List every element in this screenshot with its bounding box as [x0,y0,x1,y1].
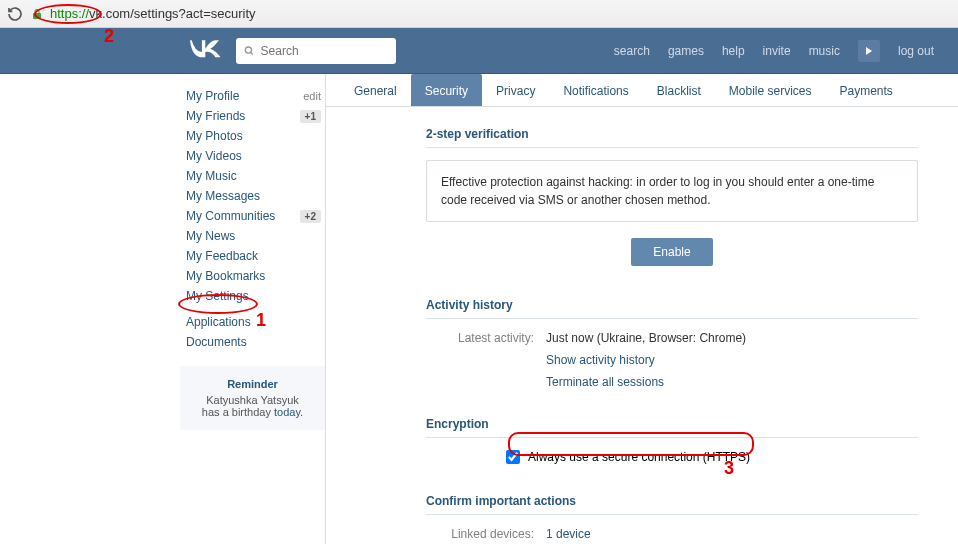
latest-activity-label: Latest activity: [426,331,546,345]
site-header: search games help invite music log out [0,28,958,74]
twostep-description: Effective protection against hacking: in… [426,160,918,222]
tab-mobile[interactable]: Mobile services [715,74,826,106]
tab-security[interactable]: Security [411,74,482,106]
sidebar-item-profile[interactable]: My Profile [186,89,239,103]
sidebar-edit-link[interactable]: edit [303,90,321,102]
nav-music[interactable]: music [809,44,840,58]
sidebar-item-communities[interactable]: My Communities [186,209,275,223]
sidebar: My Profileedit My Friends+1 My Photos My… [180,74,325,544]
play-icon [864,46,874,56]
search-icon [244,45,255,57]
main-panel: General Security Privacy Notifications B… [325,74,958,544]
url-text[interactable]: https://vk.com/settings?act=security [50,6,952,21]
padlock-icon [30,7,44,21]
nav-search[interactable]: search [614,44,650,58]
svg-line-1 [251,52,253,54]
show-activity-history-link[interactable]: Show activity history [546,353,655,367]
friends-badge: +1 [300,110,321,123]
reload-icon[interactable] [6,5,24,23]
reminder-name: Katyushka Yatsyuk [188,394,317,406]
linked-devices-value[interactable]: 1 device [546,527,591,541]
sidebar-item-videos[interactable]: My Videos [186,149,242,163]
nav-logout[interactable]: log out [898,44,934,58]
reminder-title: Reminder [188,378,317,390]
sidebar-item-music[interactable]: My Music [186,169,237,183]
tab-privacy[interactable]: Privacy [482,74,549,106]
reminder-today-link[interactable]: today [274,406,300,418]
reminder-box: Reminder Katyushka Yatsyuk has a birthda… [180,366,325,430]
sidebar-item-photos[interactable]: My Photos [186,129,243,143]
section-confirm-title: Confirm important actions [426,494,918,515]
https-checkbox[interactable] [506,450,520,464]
nav-invite[interactable]: invite [763,44,791,58]
play-button[interactable] [858,40,880,62]
sidebar-item-applications[interactable]: Applications [186,315,251,329]
enable-button[interactable]: Enable [631,238,712,266]
url-scheme: https:// [50,6,89,21]
https-label: Always use a secure connection (HTTPS) [528,450,750,464]
sidebar-item-bookmarks[interactable]: My Bookmarks [186,269,265,283]
sidebar-item-settings[interactable]: My Settings [186,289,249,303]
sidebar-item-messages[interactable]: My Messages [186,189,260,203]
settings-content: 2-step verification Effective protection… [326,107,958,541]
search-box[interactable] [236,38,396,64]
linked-devices-label: Linked devices: [426,527,546,541]
page-body: My Profileedit My Friends+1 My Photos My… [0,74,958,544]
svg-point-0 [245,47,251,53]
tab-notifications[interactable]: Notifications [549,74,642,106]
sidebar-item-news[interactable]: My News [186,229,235,243]
section-activity-title: Activity history [426,298,918,319]
tab-payments[interactable]: Payments [826,74,907,106]
search-input[interactable] [261,44,388,58]
terminate-sessions-link[interactable]: Terminate all sessions [546,375,664,389]
nav-help[interactable]: help [722,44,745,58]
tab-blacklist[interactable]: Blacklist [643,74,715,106]
communities-badge: +2 [300,210,321,223]
sidebar-item-feedback[interactable]: My Feedback [186,249,258,263]
top-nav: search games help invite music log out [614,40,958,62]
url-path: vk.com/settings?act=security [89,6,256,21]
section-2step-title: 2-step verification [426,127,918,148]
section-encryption-title: Encryption [426,417,918,438]
tab-general[interactable]: General [340,74,411,106]
sidebar-item-documents[interactable]: Documents [186,335,247,349]
latest-activity-value: Just now (Ukraine, Browser: Chrome) [546,331,746,345]
sidebar-item-friends[interactable]: My Friends [186,109,245,123]
nav-games[interactable]: games [668,44,704,58]
settings-tabs: General Security Privacy Notifications B… [326,74,958,107]
vk-logo[interactable] [190,35,224,66]
reminder-text: has a birthday [202,406,274,418]
browser-address-bar: https://vk.com/settings?act=security [0,0,958,28]
